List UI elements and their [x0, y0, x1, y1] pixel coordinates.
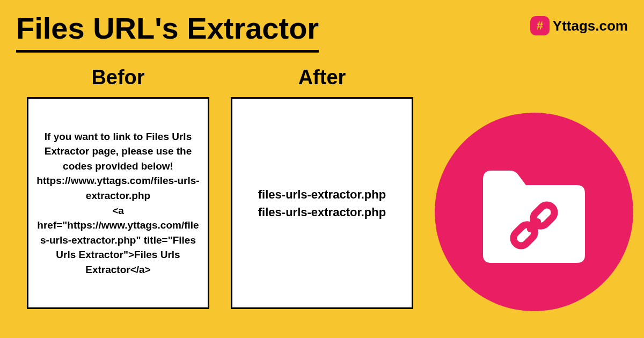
after-line-2: files-urls-extractor.php: [258, 203, 386, 221]
after-column: After files-urls-extractor.php files-url…: [231, 66, 413, 309]
before-label: Befor: [91, 66, 144, 89]
page-title: Files URL's Extractor: [16, 11, 319, 53]
after-line-1: files-urls-extractor.php: [258, 186, 386, 203]
header: Files URL's Extractor # Yttags.com: [0, 0, 644, 58]
folder-link-icon: [467, 153, 601, 271]
hashtag-icon: #: [530, 16, 550, 35]
main-icon-circle: [435, 113, 633, 311]
brand-icon-symbol: #: [537, 19, 543, 33]
brand-name: Yttags.com: [553, 18, 628, 34]
before-column: Befor If you want to link to Files Urls …: [27, 66, 209, 309]
after-label: After: [298, 66, 346, 89]
after-box: files-urls-extractor.php files-urls-extr…: [231, 97, 413, 309]
after-content: files-urls-extractor.php files-urls-extr…: [258, 186, 386, 221]
brand-logo: # Yttags.com: [530, 16, 628, 35]
before-content: If you want to link to Files Urls Extrac…: [35, 129, 201, 277]
before-box: If you want to link to Files Urls Extrac…: [27, 97, 209, 309]
